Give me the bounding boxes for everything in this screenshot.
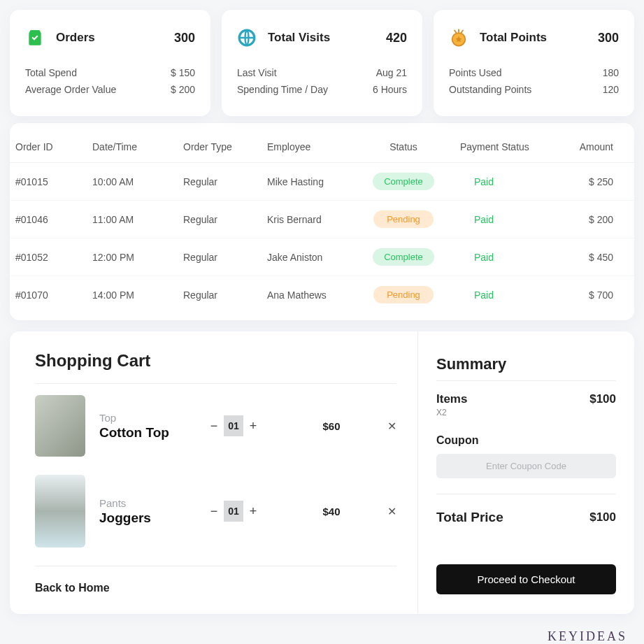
table-row[interactable]: #0107014:00 PMRegularAna MathewsPendingP… — [10, 276, 634, 313]
product-category: Pants — [99, 497, 190, 509]
summary-items-row: Items X2 $100 — [436, 392, 616, 417]
divider — [436, 494, 616, 494]
cell-time: 10:00 AM — [92, 176, 183, 187]
divider — [35, 383, 396, 384]
status-badge: Pending — [373, 286, 434, 303]
summary-items-label: Items — [436, 392, 467, 406]
orders-title: Orders — [56, 31, 95, 45]
visits-title: Total Visits — [268, 31, 330, 45]
cell-amount: $ 250 — [540, 176, 613, 187]
qty-value: 01 — [224, 415, 243, 436]
cell-order-id: #01046 — [15, 214, 92, 225]
cart-left: Shopping Cart TopCotton Top−01+$60✕Pants… — [10, 331, 417, 614]
cell-amount: $ 700 — [540, 289, 613, 301]
coupon-label: Coupon — [436, 434, 616, 447]
card-value: Aug 21 — [376, 67, 407, 78]
card-value: 6 Hours — [373, 84, 407, 95]
cell-type: Regular — [183, 214, 267, 225]
visits-row: Last Visit Aug 21 — [237, 67, 407, 78]
medal-icon — [449, 28, 468, 48]
cell-payment: Paid — [449, 289, 540, 301]
qty-minus-button[interactable]: − — [204, 501, 224, 522]
th-amount: Amount — [540, 141, 613, 152]
summary-panel: Summary Items X2 $100 Coupon Total Price… — [417, 331, 634, 614]
cell-order-id: #01015 — [15, 176, 92, 187]
table-row[interactable]: #0105212:00 PMRegularJake AnistonComplet… — [10, 238, 634, 276]
total-value: $100 — [589, 510, 616, 524]
points-title: Total Points — [480, 31, 547, 45]
orders-value: 300 — [174, 31, 195, 45]
card-label: Average Order Value — [25, 84, 116, 95]
qty-value: 01 — [224, 501, 243, 522]
cart-item-info: TopCotton Top — [99, 412, 190, 441]
orders-table: Order ID Date/Time Order Type Employee S… — [10, 123, 634, 320]
quantity-stepper: −01+ — [204, 415, 263, 436]
cell-order-id: #01070 — [15, 289, 92, 301]
cell-amount: $ 450 — [540, 252, 613, 263]
th-datetime: Date/Time — [92, 141, 183, 152]
cart-card: Shopping Cart TopCotton Top−01+$60✕Pants… — [10, 331, 634, 614]
qty-plus-button[interactable]: + — [243, 415, 263, 436]
points-row: Points Used 180 — [449, 67, 619, 78]
product-name: Joggers — [99, 510, 190, 526]
th-order-id: Order ID — [15, 141, 92, 152]
card-value: 120 — [603, 84, 619, 95]
cell-payment: Paid — [449, 252, 540, 263]
table-body: #0101510:00 AMRegularMike HastingComplet… — [10, 163, 634, 313]
cell-status: Pending — [358, 286, 449, 303]
visits-value: 420 — [386, 31, 407, 45]
qty-minus-button[interactable]: − — [204, 415, 224, 436]
checkout-button[interactable]: Proceed to Checkout — [436, 564, 616, 594]
cart-item-info: PantsJoggers — [99, 497, 190, 526]
item-price: $40 — [310, 506, 352, 517]
table-row[interactable]: #0104611:00 AMRegularKris BernardPending… — [10, 201, 634, 238]
card-label: Outstanding Points — [449, 84, 531, 95]
status-badge: Pending — [373, 210, 434, 228]
product-category: Top — [99, 412, 190, 424]
coupon-input[interactable] — [436, 454, 616, 478]
footer-brand: KEYIDEAS — [0, 624, 644, 644]
cart-title: Shopping Cart — [35, 351, 396, 371]
cell-employee: Ana Mathews — [267, 289, 358, 301]
cart-item: TopCotton Top−01+$60✕ — [35, 395, 396, 457]
product-thumbnail — [35, 395, 85, 457]
divider — [35, 566, 396, 566]
quantity-stepper: −01+ — [204, 501, 263, 522]
cell-amount: $ 200 — [540, 214, 613, 225]
cell-time: 14:00 PM — [92, 289, 183, 301]
cell-employee: Mike Hasting — [267, 176, 358, 187]
remove-item-button[interactable]: ✕ — [387, 505, 396, 518]
orders-card: Orders 300 Total Spend $ 150 Average Ord… — [10, 10, 210, 116]
points-value: 300 — [598, 31, 619, 45]
back-home-link[interactable]: Back to Home — [35, 582, 396, 594]
cell-payment: Paid — [449, 214, 540, 225]
qty-plus-button[interactable]: + — [243, 501, 263, 522]
card-value: 180 — [603, 67, 619, 78]
cell-employee: Kris Bernard — [267, 214, 358, 225]
points-card: Total Points 300 Points Used 180 Outstan… — [434, 10, 634, 116]
status-badge: Complete — [373, 248, 434, 266]
summary-items-total: $100 — [589, 392, 616, 406]
product-name: Cotton Top — [99, 425, 190, 441]
cell-status: Pending — [358, 210, 449, 228]
globe-icon — [237, 28, 257, 48]
divider — [436, 380, 616, 381]
remove-item-button[interactable]: ✕ — [387, 420, 396, 433]
card-value: $ 200 — [171, 84, 195, 95]
cell-status: Complete — [358, 173, 449, 190]
card-label: Points Used — [449, 67, 501, 78]
visits-row: Spending Time / Day 6 Hours — [237, 84, 407, 95]
table-header: Order ID Date/Time Order Type Employee S… — [10, 131, 634, 163]
table-row[interactable]: #0101510:00 AMRegularMike HastingComplet… — [10, 163, 634, 201]
th-status: Status — [358, 141, 449, 152]
cell-type: Regular — [183, 176, 267, 187]
cell-type: Regular — [183, 252, 267, 263]
total-row: Total Price $100 — [436, 510, 616, 525]
cart-items: TopCotton Top−01+$60✕PantsJoggers−01+$40… — [35, 395, 396, 548]
card-label: Last Visit — [237, 67, 277, 78]
summary-title: Summary — [436, 355, 616, 373]
stat-cards-row: Orders 300 Total Spend $ 150 Average Ord… — [0, 0, 644, 123]
total-label: Total Price — [436, 510, 503, 525]
orders-row: Average Order Value $ 200 — [25, 84, 195, 95]
cart-item: PantsJoggers−01+$40✕ — [35, 475, 396, 548]
